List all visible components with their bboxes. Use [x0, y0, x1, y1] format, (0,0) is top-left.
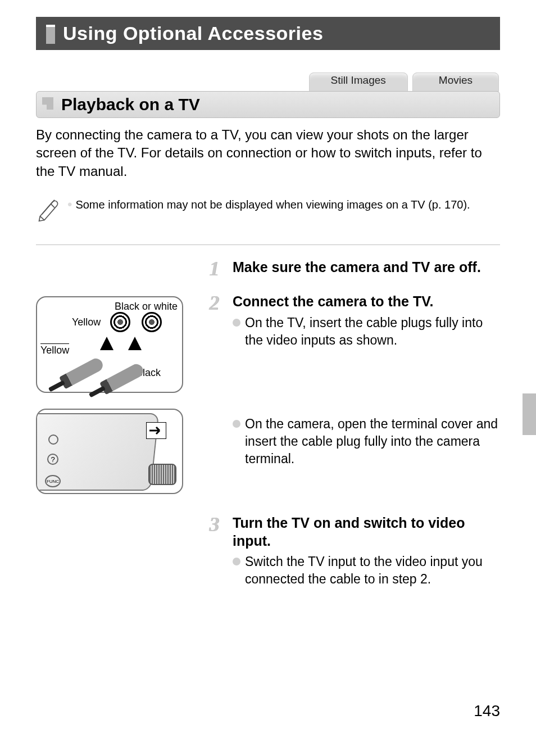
bullet-text: On the camera, open the terminal cover a… — [245, 415, 500, 468]
figure-camera-terminal: ? FUNC — [36, 409, 183, 494]
mode-tabs: Still Images Movies — [36, 73, 500, 92]
figure-label: Black or white — [115, 301, 178, 313]
step-number: 1 — [209, 259, 228, 279]
figure-label: Yellow — [40, 343, 69, 356]
step: 1 Make sure the camera and TV are off. — [36, 259, 500, 279]
tab-still-images: Still Images — [309, 73, 408, 92]
step-figure-slot: Black or white Yellow Yellow Black — [36, 293, 196, 494]
step-content: 3 Turn the TV on and switch to video inp… — [209, 514, 500, 588]
insert-arrow-icon — [146, 422, 166, 439]
bullet-text: Switch the TV input to the video input y… — [245, 553, 500, 588]
rca-jack-icon — [142, 312, 162, 332]
arrow-up-icon — [128, 337, 142, 350]
divider — [36, 245, 500, 245]
section-title: Playback on a TV — [61, 95, 200, 114]
step-bullet: Switch the TV input to the video input y… — [233, 553, 500, 588]
note-block: •Some information may not be displayed w… — [36, 195, 500, 222]
bullet-text: On the TV, insert the cable plugs fully … — [245, 314, 500, 349]
section-heading: Playback on a TV — [36, 91, 500, 118]
step-figure-slot — [36, 259, 196, 264]
step-bullet: On the camera, open the terminal cover a… — [233, 415, 500, 468]
tab-movies: Movies — [412, 73, 499, 92]
figure-av-cable-tv: Black or white Yellow Yellow Black — [36, 296, 183, 393]
bullet-icon: • — [67, 197, 72, 212]
step-number: 3 — [209, 514, 228, 588]
rca-jack-icon — [110, 312, 130, 332]
steps-container: 1 Make sure the camera and TV are off. B… — [36, 259, 500, 588]
bullet-icon — [233, 319, 240, 327]
chapter-header: Using Optional Accessories — [36, 17, 500, 50]
step-bullet: On the TV, insert the cable plugs fully … — [233, 314, 500, 349]
step-number: 2 — [209, 293, 228, 467]
intro-text: By connecting the camera to a TV, you ca… — [36, 126, 500, 180]
step-content: 1 Make sure the camera and TV are off. — [209, 259, 500, 279]
step-body: Turn the TV on and switch to video input… — [233, 514, 500, 588]
arrow-up-icon — [100, 337, 113, 350]
pencil-icon — [36, 195, 60, 222]
step-title: Connect the camera to the TV. — [233, 293, 500, 310]
step-body: Make sure the camera and TV are off. — [233, 259, 500, 279]
step-title: Make sure the camera and TV are off. — [233, 259, 500, 276]
step: 3 Turn the TV on and switch to video inp… — [36, 514, 500, 588]
tab-label: Movies — [439, 74, 473, 86]
manual-page: Using Optional Accessories Still Images … — [0, 0, 536, 756]
step-title: Turn the TV on and switch to video input… — [233, 514, 500, 550]
rca-plug-icon — [59, 356, 105, 390]
step-body: Connect the camera to the TV. On the TV,… — [233, 293, 500, 467]
side-thumb-tab — [523, 393, 536, 435]
page-number: 143 — [474, 702, 500, 720]
step-content: 2 Connect the camera to the TV. On the T… — [209, 293, 500, 467]
cable-plug-icon — [148, 464, 176, 485]
chapter-title: Using Optional Accessories — [63, 22, 323, 44]
bullet-icon — [233, 558, 240, 565]
note-content: Some information may not be displayed wh… — [75, 198, 470, 211]
step-figure-slot — [36, 514, 196, 520]
tab-label: Still Images — [331, 74, 386, 86]
step: Black or white Yellow Yellow Black — [36, 293, 500, 494]
bullet-icon — [233, 420, 240, 428]
figure-label: Yellow — [72, 316, 101, 328]
note-text: •Some information may not be displayed w… — [67, 195, 470, 213]
